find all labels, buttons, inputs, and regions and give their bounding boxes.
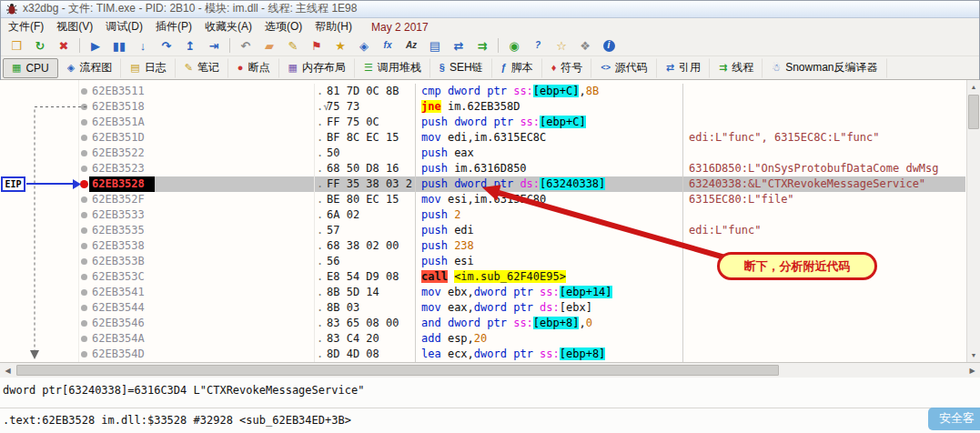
disasm-row[interactable]: 62EB3546.83 65 08 00and dword ptr ss:[eb… [0,316,980,331]
undo-button[interactable]: ↶ [234,36,258,55]
tab-symbols[interactable]: ♦符号 [542,58,592,78]
step-over-button[interactable]: ↷ [155,36,178,55]
jump-arrow-area [155,254,314,269]
bullet-dot[interactable] [78,223,89,238]
tab-graph[interactable]: ◈流程图 [58,58,121,78]
bullet-dot[interactable] [78,285,89,300]
run-to-user-code-button[interactable]: ⇥ [202,36,226,55]
bullet-dot[interactable] [78,130,89,146]
disasm-row[interactable]: 62EB3522.50push eax [0,146,980,161]
disasm-row[interactable]: 62EB354D.8D 4D 08lea ecx,dword ptr ss:[e… [0,347,980,362]
horizontal-scroll-thumb[interactable] [16,365,779,376]
tab-log[interactable]: ▤日志 [121,58,175,78]
scroll-left-icon[interactable]: ◀ [0,363,15,378]
disassembly-view[interactable]: 62EB3511.81 7D 0C 8Bcmp dword ptr ss:[eb… [0,80,980,362]
bug-button[interactable]: ◉ [502,36,526,55]
bytes-cell: BF 8C EC 15 [327,130,415,146]
jump-arrow-area [155,130,314,146]
scroll-right-icon[interactable]: ▶ [965,363,980,378]
bullet-dot[interactable] [78,269,89,285]
bullet-dot[interactable] [78,161,89,176]
bullet-dot[interactable] [78,300,89,316]
disasm-row[interactable]: 62EB3544.8B 03mov eax,dword ptr ds:[ebx] [0,300,980,316]
settings-button[interactable]: ❖ [573,36,597,55]
disasm-row[interactable]: 62EB3535.57push ediedi:L"func" [0,223,980,238]
disasm-row[interactable]: 62EB354A.83 C4 20add esp,20 [0,331,980,347]
jump-arrow-area [155,84,314,99]
menu-item[interactable]: 帮助(H) [308,17,359,36]
vertical-scrollbar[interactable]: ▲ ▼ [966,80,980,362]
menu-item[interactable]: 选项(O) [258,17,308,36]
tab-cpu[interactable]: ▦CPU [3,58,58,78]
tab-memory-map[interactable]: ▦内存布局 [279,58,355,78]
disasm-row[interactable]: 62EB3541.8B 5D 14mov ebx,dword ptr ss:[e… [0,285,980,300]
bullet-dot[interactable] [78,115,89,130]
help-button[interactable]: ? [526,36,550,55]
open-file-button[interactable]: ❒ [5,36,28,55]
disasm-row[interactable]: 62EB3511.81 7D 0C 8Bcmp dword ptr ss:[eb… [0,84,980,99]
disasm-row[interactable]: 62EB351A.FF 75 0Cpush dword ptr ss:[ebp+… [0,115,980,130]
bullet-dot[interactable] [78,207,89,223]
menu-item[interactable]: 视图(V) [50,17,99,36]
bookmark-button[interactable]: ★ [328,36,352,55]
tab-snowman[interactable]: ☃Snowman反编译器 [763,58,886,78]
breakpoint-dot[interactable] [78,176,89,192]
references-button[interactable]: ⇄ [447,36,470,55]
menu-item[interactable]: 调试(D) [99,17,149,36]
tab-source[interactable]: <>源代码 [591,58,657,78]
bytes-cell: 83 65 08 00 [327,316,415,331]
bullet-dot[interactable] [78,316,89,331]
function-button[interactable]: fx [376,36,399,55]
bullet-dot[interactable] [78,254,89,269]
horizontal-scrollbar[interactable]: ◀ ▶ [0,362,980,378]
bullet-dot[interactable] [78,192,89,207]
execute-till-return-button[interactable]: ↥ [178,36,202,55]
bullet-dot[interactable] [78,238,89,254]
tab-label: 流程图 [79,60,112,76]
symbols-button[interactable]: Az [399,36,423,55]
bytes-prefix: . [314,300,327,316]
disasm-row[interactable]: 62EB3518.√75 73jne im.62EB358D [0,99,980,115]
bullet-dot[interactable] [78,347,89,362]
disasm-row[interactable]: 62EB352F.BE 80 EC 15mov esi,im.6315EC806… [0,192,980,207]
favorites-button[interactable]: ☆ [550,36,573,55]
restart-button[interactable]: ↻ [28,36,52,55]
disasm-row[interactable]: 62EB3533.6A 02push 2 [0,207,980,223]
tab-script[interactable]: ƒ脚本 [492,58,542,78]
tab-threads[interactable]: ⇉线程 [710,58,763,78]
comment-button[interactable]: ✎ [281,36,305,55]
run-button[interactable]: ▶ [84,36,107,55]
info-button[interactable]: i [597,36,621,55]
menu-item[interactable]: 文件(F) [2,17,50,36]
address-cell: 62EB3538 [89,238,155,254]
scroll-up-icon[interactable]: ▲ [967,80,980,94]
step-into-button[interactable]: ↓ [131,36,155,55]
vertical-scroll-thumb[interactable] [968,95,979,129]
tab-label: SEH链 [450,60,483,76]
bullet-dot[interactable] [78,84,89,99]
memory-map-button[interactable]: ▤ [423,36,447,55]
disasm-row[interactable]: 62EB3528.FF 35 38 03 2push dword ptr ds:… [0,176,980,192]
info-panel: dword ptr[63240338]=6316C3D4 L"CTXRevoke… [0,378,980,433]
bullet-dot[interactable] [78,146,89,161]
scroll-down-icon[interactable]: ▼ [967,348,980,362]
disasm-row[interactable]: 62EB3523.68 50 D8 16push im.6316D8506316… [0,161,980,176]
threads-button[interactable]: ⇉ [470,36,494,55]
tab-call-stack[interactable]: ☰调用堆栈 [355,58,430,78]
patch-button[interactable]: ▰ [258,36,281,55]
bullet-dot[interactable] [78,99,89,115]
pause-button[interactable]: ▮▮ [107,36,131,55]
menu-item[interactable]: 收藏夹(A) [198,17,258,36]
tab-seh[interactable]: §SEH链 [430,58,492,78]
tab-notes[interactable]: ✎笔记 [176,58,228,78]
tab-breakpoints[interactable]: ●断点 [228,58,279,78]
cpu-icon: ▦ [12,63,21,73]
bullet-dot[interactable] [78,331,89,347]
close-button[interactable]: ✖ [52,36,76,55]
tab-references[interactable]: ⇄引用 [657,58,710,78]
disasm-row[interactable]: 62EB351D.BF 8C EC 15mov edi,im.6315EC8Ce… [0,130,980,146]
label-button[interactable]: ⚑ [305,36,328,55]
instruction-cell: cmp dword ptr ss:[ebp+C],8B [415,84,682,99]
graph-button[interactable]: ◈ [352,36,376,55]
menu-item[interactable]: 插件(P) [149,17,198,36]
